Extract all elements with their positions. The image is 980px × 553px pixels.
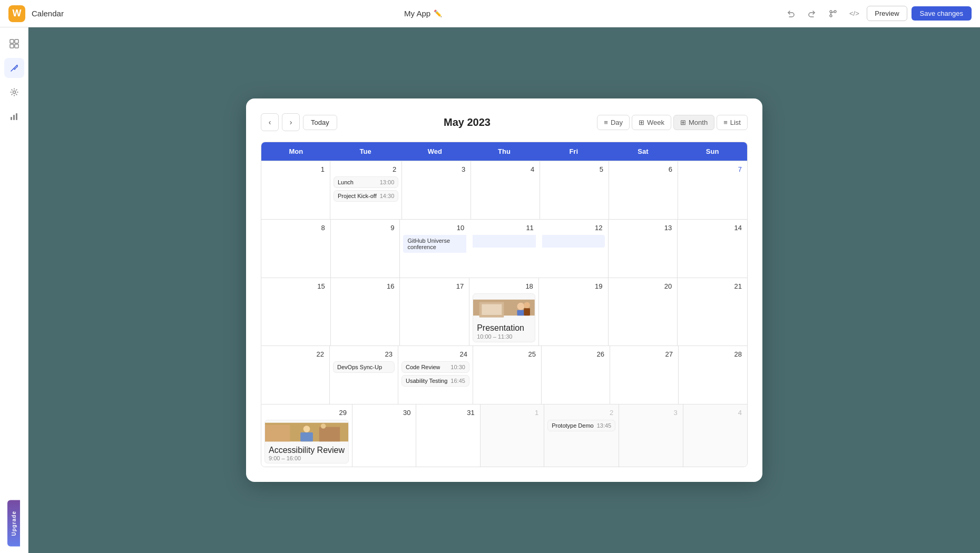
view-week-button[interactable]: ⊞Week xyxy=(632,115,671,130)
redo-button[interactable] xyxy=(803,5,820,22)
day-may-6[interactable]: 6 xyxy=(609,161,678,219)
svg-rect-9 xyxy=(13,115,15,120)
svg-rect-19 xyxy=(265,425,290,442)
event-github-universe[interactable]: GitHub Universe conference xyxy=(403,235,466,253)
sidebar-item-settings[interactable] xyxy=(4,82,24,102)
svg-rect-13 xyxy=(482,304,502,315)
day-jun-2[interactable]: 2 Prototype Demo 13:45 xyxy=(544,404,619,467)
event-lunch[interactable]: Lunch 13:00 xyxy=(334,176,398,188)
day-header-sun: Sun xyxy=(678,142,747,161)
week-2: 8 9 10 GitHub Universe conference 11 12 xyxy=(261,219,747,278)
today-button[interactable]: Today xyxy=(303,115,337,130)
day-jun-1[interactable]: 1 xyxy=(481,404,544,467)
view-month-button[interactable]: ⊞Month xyxy=(673,115,714,130)
sidebar-item-analytics[interactable] xyxy=(4,106,24,126)
svg-rect-17 xyxy=(524,308,530,315)
day-may-24[interactable]: 24 Code Review 10:30 Usability Testing 1… xyxy=(398,346,473,404)
week-3: 15 16 17 18 xyxy=(261,278,747,345)
week-4: 22 23 DevOps Sync-Up 24 Code Review 10:3… xyxy=(261,345,747,404)
week-1: 1 2 Lunch 13:00 Project Kick-off 14:30 3 xyxy=(261,161,747,219)
day-may-25[interactable]: 25 xyxy=(473,346,542,404)
day-may-10[interactable]: 10 GitHub Universe conference xyxy=(400,220,469,278)
day-may-14[interactable]: 14 xyxy=(678,220,747,278)
app-logo: W xyxy=(8,5,25,22)
event-presentation[interactable]: Presentation 10:00 – 11:30 xyxy=(473,293,535,342)
day-may-27[interactable]: 27 xyxy=(610,346,679,404)
day-may-26[interactable]: 26 xyxy=(542,346,610,404)
save-button[interactable]: Save changes xyxy=(912,6,972,21)
svg-point-14 xyxy=(517,303,525,310)
day-may-30[interactable]: 30 xyxy=(352,404,416,467)
day-may-13[interactable]: 13 xyxy=(609,220,678,278)
view-list-button[interactable]: ≡List xyxy=(717,115,748,130)
branch-button[interactable] xyxy=(825,5,841,22)
day-may-4[interactable]: 4 xyxy=(471,161,540,219)
day-may-22[interactable]: 22 xyxy=(261,346,330,404)
sidebar-item-tools[interactable] xyxy=(4,58,24,78)
svg-point-23 xyxy=(321,423,326,428)
svg-rect-10 xyxy=(16,113,17,120)
undo-button[interactable] xyxy=(782,5,799,22)
upgrade-button[interactable]: Upgrade xyxy=(7,500,20,547)
sidebar: Upgrade xyxy=(0,27,28,553)
day-header-mon: Mon xyxy=(261,142,331,161)
day-may-28[interactable]: 28 xyxy=(679,346,747,404)
event-usability-testing[interactable]: Usability Testing 16:45 xyxy=(401,375,469,387)
event-devops-syncup[interactable]: DevOps Sync-Up xyxy=(333,361,395,373)
toolbar-actions: </> Preview Save changes xyxy=(782,5,972,22)
code-button[interactable]: </> xyxy=(846,5,863,22)
day-may-9[interactable]: 9 xyxy=(331,220,400,278)
next-month-button[interactable]: › xyxy=(282,113,300,131)
day-may-16[interactable]: 16 xyxy=(331,278,400,345)
svg-rect-4 xyxy=(15,39,18,43)
day-headers: Mon Tue Wed Thu Fri Sat Sun xyxy=(261,142,747,161)
calendar-header: ‹ › Today May 2023 ≡Day ⊞Week ⊞Month xyxy=(261,113,748,131)
svg-rect-15 xyxy=(517,310,525,316)
main-layout: Upgrade ‹ › Today May 2023 ≡Day ⊞Week xyxy=(0,27,980,553)
event-prototype-demo[interactable]: Prototype Demo 13:45 xyxy=(547,420,615,431)
view-day-button[interactable]: ≡Day xyxy=(597,115,630,130)
svg-point-20 xyxy=(303,426,310,432)
day-may-23[interactable]: 23 DevOps Sync-Up xyxy=(330,346,398,404)
day-may-17[interactable]: 17 xyxy=(400,278,469,345)
topbar: W Calendar My App ✏️ </> Preview Save ch… xyxy=(0,0,980,27)
day-may-8[interactable]: 8 xyxy=(261,220,331,278)
day-may-21[interactable]: 21 xyxy=(678,278,747,345)
svg-rect-3 xyxy=(10,39,14,43)
day-may-3[interactable]: 3 xyxy=(402,161,471,219)
day-header-thu: Thu xyxy=(469,142,539,161)
event-project-kickoff[interactable]: Project Kick-off 14:30 xyxy=(334,190,398,202)
day-jun-4[interactable]: 4 xyxy=(683,404,747,467)
edit-icon[interactable]: ✏️ xyxy=(434,9,442,17)
day-header-tue: Tue xyxy=(331,142,400,161)
calendar-grid: Mon Tue Wed Thu Fri Sat Sun 1 2 Lunch xyxy=(261,142,748,467)
view-buttons: ≡Day ⊞Week ⊞Month ≡List xyxy=(597,115,748,130)
week-5: 29 xyxy=(261,404,747,467)
day-may-19[interactable]: 19 xyxy=(539,278,609,345)
day-may-31[interactable]: 31 xyxy=(416,404,480,467)
svg-rect-5 xyxy=(10,44,14,48)
day-may-5[interactable]: 5 xyxy=(540,161,609,219)
day-may-18[interactable]: 18 xyxy=(469,278,539,345)
svg-rect-21 xyxy=(300,432,313,441)
content-area: ‹ › Today May 2023 ≡Day ⊞Week ⊞Month xyxy=(28,27,980,553)
event-code-review[interactable]: Code Review 10:30 xyxy=(401,361,469,373)
day-may-12[interactable]: 12 xyxy=(539,220,609,278)
day-may-29[interactable]: 29 xyxy=(261,404,352,467)
svg-rect-8 xyxy=(11,117,12,120)
day-may-11[interactable]: 11 xyxy=(469,220,539,278)
app-name-label: My App ✏️ xyxy=(404,9,442,18)
day-may-7[interactable]: 7 xyxy=(678,161,747,219)
event-accessibility-review[interactable]: Accessibility Review 9:00 – 16:00 xyxy=(264,420,349,463)
day-may-1[interactable]: 1 xyxy=(261,161,330,219)
sidebar-item-dashboard[interactable] xyxy=(4,34,24,54)
svg-rect-22 xyxy=(319,427,340,442)
day-may-20[interactable]: 20 xyxy=(609,278,678,345)
day-may-15[interactable]: 15 xyxy=(261,278,331,345)
day-jun-3[interactable]: 3 xyxy=(619,404,683,467)
day-may-2[interactable]: 2 Lunch 13:00 Project Kick-off 14:30 xyxy=(330,161,402,219)
prev-month-button[interactable]: ‹ xyxy=(261,113,279,131)
day-header-fri: Fri xyxy=(539,142,609,161)
preview-button[interactable]: Preview xyxy=(867,6,907,21)
svg-point-16 xyxy=(524,302,530,308)
